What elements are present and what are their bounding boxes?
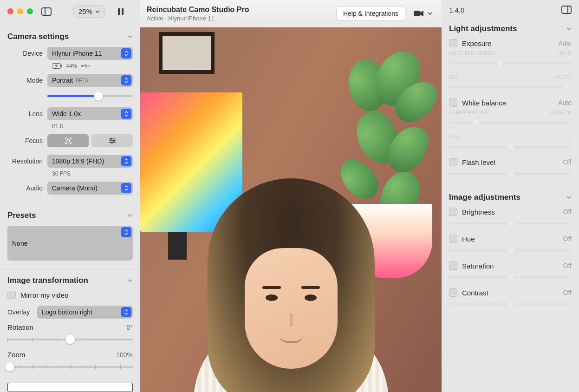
iso-label: ISO [449, 74, 458, 80]
mirror-label: Mirror my video [20, 291, 68, 299]
wb-checkbox[interactable] [449, 98, 457, 107]
lens-value: Wide 1.0x [52, 110, 81, 118]
brightness-mode[interactable]: Off [563, 208, 572, 216]
camera-dropdown[interactable] [411, 8, 435, 19]
brightness-slider[interactable] [449, 219, 572, 228]
overlay-label: Overlay [7, 308, 37, 316]
right-panel: 1.4.0 Light adjustments Exposure Auto SH… [442, 0, 579, 392]
focus-label: Focus [7, 137, 47, 144]
exposure-mode[interactable]: Auto [558, 39, 572, 47]
iso-slider[interactable] [449, 83, 572, 92]
mode-select[interactable]: Portrait BETA [47, 74, 133, 87]
tint-sub: TINT 1 [449, 134, 572, 139]
saturation-checkbox[interactable] [449, 261, 457, 270]
image-adjustments-header[interactable]: Image adjustments [449, 193, 572, 202]
svg-rect-5 [61, 65, 62, 67]
shutter-slider[interactable] [449, 59, 572, 68]
wb-mode[interactable]: Auto [558, 99, 572, 106]
iso-value: +3,072 [554, 74, 572, 80]
saturation-mode[interactable]: Off [563, 262, 572, 269]
svg-rect-16 [562, 6, 571, 13]
saturation-label: Saturation [462, 262, 494, 270]
image-transformation-header[interactable]: Image transformation [7, 276, 133, 285]
chevron-down-icon [428, 12, 432, 15]
audio-row: Audio Camera (Mono) [7, 182, 133, 195]
focus-manual-button[interactable] [91, 134, 133, 147]
focus-target-icon [65, 137, 72, 144]
iso-sub: ISO +3,072 [449, 74, 572, 80]
contrast-slider[interactable] [449, 300, 572, 309]
svg-point-8 [67, 139, 70, 142]
mode-intensity-slider[interactable] [47, 91, 133, 101]
exposure-checkbox[interactable] [449, 39, 457, 47]
svg-rect-3 [122, 8, 124, 15]
help-integrations-button[interactable]: Help & Integrations [336, 6, 405, 21]
temp-slider[interactable] [449, 118, 572, 127]
section-title: Light adjustments [449, 24, 517, 33]
temp-sub: TEMPERATURE 3,595 °K [449, 110, 572, 115]
focus-auto-button[interactable] [47, 134, 89, 147]
contrast-row: Contrast Off [449, 288, 572, 297]
device-select[interactable]: Hlynur iPhone 11 [47, 47, 133, 60]
svg-point-10 [110, 138, 112, 140]
hue-mode[interactable]: Off [563, 235, 572, 242]
divider [0, 204, 140, 204]
wb-label: White balance [462, 99, 506, 107]
contrast-label: Contrast [462, 289, 488, 297]
zoom-slider[interactable] [7, 362, 133, 372]
app-subtitle: Active · Hlynur iPhone 11 [147, 15, 249, 22]
rotation-row: Rotation 0° [7, 323, 133, 331]
flash-slider[interactable] [449, 169, 572, 178]
fullscreen-window-button[interactable] [27, 8, 33, 14]
section-title: Presets [7, 211, 36, 220]
select-arrows-icon [121, 109, 131, 119]
rotation-slider[interactable] [7, 335, 133, 344]
mirror-row: Mirror my video [7, 291, 133, 299]
overlay-value: Logo bottom right [42, 308, 92, 316]
chevron-down-icon [127, 213, 133, 218]
usb-icon [81, 64, 90, 68]
pause-button[interactable] [117, 8, 124, 15]
presets-select[interactable]: None [7, 226, 133, 261]
contrast-mode[interactable]: Off [563, 289, 572, 296]
minimize-window-button[interactable] [17, 8, 23, 14]
overlay-select[interactable]: Logo bottom right [37, 306, 133, 319]
mirror-checkbox[interactable] [7, 291, 16, 299]
svg-point-14 [111, 142, 113, 144]
hue-checkbox[interactable] [449, 235, 457, 243]
tint-slider[interactable] [449, 142, 572, 151]
section-title: Image adjustments [449, 193, 520, 202]
mode-row: Mode Portrait BETA [7, 74, 133, 87]
sidebar-toggle-icon[interactable] [41, 7, 52, 16]
zoom-preview-box[interactable] [7, 383, 133, 392]
flash-checkbox[interactable] [449, 158, 457, 166]
hue-slider[interactable] [449, 246, 572, 255]
rotation-value: 0° [127, 324, 133, 331]
camera-settings-header[interactable]: Camera settings [7, 32, 133, 41]
light-adjustments-header[interactable]: Light adjustments [449, 24, 572, 33]
preset-value: None [12, 240, 27, 247]
select-arrows-icon [121, 227, 131, 237]
section-title: Image transformation [7, 276, 88, 285]
contrast-checkbox[interactable] [449, 288, 457, 297]
resolution-select[interactable]: 1080p 16:9 (FHD) [47, 155, 133, 168]
presets-header[interactable]: Presets [7, 211, 133, 220]
overlay-row: Overlay Logo bottom right [7, 306, 133, 319]
audio-select[interactable]: Camera (Mono) [47, 182, 133, 195]
right-sidebar-toggle-icon[interactable] [561, 6, 572, 14]
device-value: Hlynur iPhone 11 [52, 50, 102, 57]
app-header: Reincubate Camo Studio Pro Active · Hlyn… [140, 0, 442, 27]
saturation-slider[interactable] [449, 273, 572, 282]
zoom-select[interactable]: 25% [74, 6, 104, 17]
flash-mode[interactable]: Off [563, 158, 572, 166]
lens-select[interactable]: Wide 1.0x [47, 107, 133, 120]
lens-row: Lens Wide 1.0x [7, 107, 133, 120]
brightness-checkbox[interactable] [449, 208, 457, 216]
brightness-row: Brightness Off [449, 208, 572, 216]
shutter-sub: SHUTTER SPEED 1/60 s [449, 50, 572, 56]
battery-text: 44% [66, 63, 77, 69]
saturation-row: Saturation Off [449, 261, 572, 270]
close-window-button[interactable] [7, 8, 13, 14]
select-arrows-icon [121, 75, 131, 85]
chevron-down-icon [566, 26, 572, 32]
